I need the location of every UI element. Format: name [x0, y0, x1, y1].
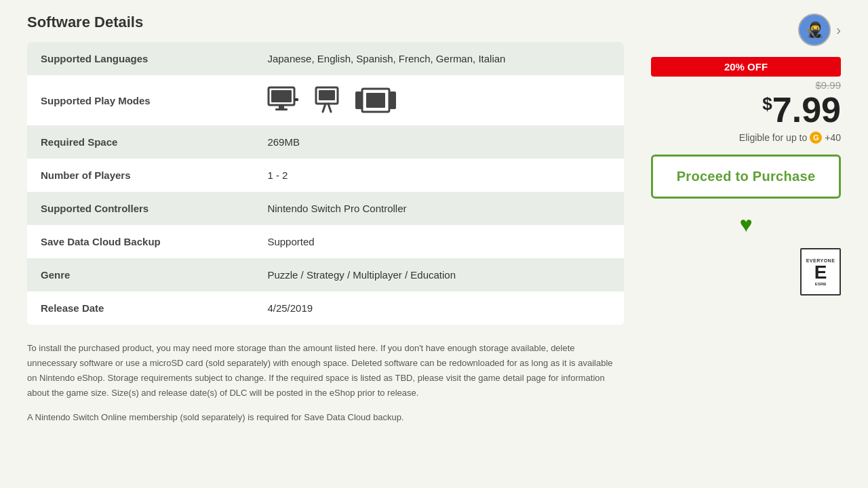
row-label: Number of Players — [27, 159, 254, 192]
avatar-emoji: 🥷 — [806, 21, 824, 39]
handheld-mode-icon — [354, 86, 397, 115]
row-value: 1 - 2 — [254, 159, 624, 192]
svg-rect-1 — [271, 90, 292, 102]
row-label: Release Date — [27, 291, 254, 325]
row-value: Supported — [254, 225, 624, 258]
gold-points-label: Eligible for up to — [739, 132, 807, 143]
table-row: GenrePuzzle / Strategy / Multiplayer / E… — [27, 258, 624, 291]
original-price: $9.99 — [651, 79, 841, 91]
row-value — [254, 75, 624, 125]
sidebar-top: 🥷 › — [651, 14, 841, 46]
main-content: Software Details Supported LanguagesJapa… — [27, 14, 624, 425]
svg-rect-4 — [294, 98, 298, 101]
row-label: Supported Controllers — [27, 192, 254, 225]
sidebar: 🥷 › 20% OFF $9.99 $7.99 Eligible for up … — [651, 14, 841, 425]
play-modes-icons — [267, 86, 610, 115]
gold-points-value: +40 — [825, 132, 841, 143]
svg-line-8 — [328, 104, 331, 112]
table-row: Required Space269MB — [27, 125, 624, 159]
svg-rect-6 — [319, 90, 335, 100]
tv-mode-icon — [267, 86, 300, 115]
proceed-to-purchase-button[interactable]: Proceed to Purchase — [651, 155, 841, 199]
esrb-footer: ESRB — [815, 282, 827, 286]
svg-rect-12 — [366, 93, 385, 108]
gold-points: Eligible for up to G +40 — [651, 131, 841, 144]
page-title: Software Details — [27, 14, 624, 31]
wishlist-heart-icon[interactable]: ♥ — [651, 212, 841, 237]
footnote-section: To install the purchased product, you ma… — [27, 341, 624, 425]
price-value: 7.99 — [772, 90, 841, 129]
sidebar-bottom: ♥ EVERYONE E ESRB — [651, 212, 841, 296]
current-price: $7.99 — [651, 92, 841, 127]
row-value: 4/25/2019 — [254, 291, 624, 325]
footnote-2: A Nintendo Switch Online membership (sol… — [27, 410, 624, 425]
table-row: Supported ControllersNintendo Switch Pro… — [27, 192, 624, 225]
page-wrapper: Software Details Supported LanguagesJapa… — [0, 0, 868, 439]
row-value: Japanese, English, Spanish, French, Germ… — [254, 42, 624, 75]
tabletop-mode-icon — [311, 86, 343, 115]
row-value: Puzzle / Strategy / Multiplayer / Educat… — [254, 258, 624, 291]
svg-rect-3 — [275, 108, 288, 110]
footnote-1: To install the purchased product, you ma… — [27, 341, 624, 401]
row-label: Save Data Cloud Backup — [27, 225, 254, 258]
table-row: Supported Play Modes — [27, 75, 624, 125]
row-label: Genre — [27, 258, 254, 291]
row-label: Supported Play Modes — [27, 75, 254, 125]
svg-rect-2 — [279, 105, 284, 108]
table-row: Save Data Cloud BackupSupported — [27, 225, 624, 258]
table-row: Release Date4/25/2019 — [27, 291, 624, 325]
row-label: Required Space — [27, 125, 254, 159]
table-row: Number of Players1 - 2 — [27, 159, 624, 192]
gold-coin-icon: G — [810, 131, 822, 144]
esrb-rating: E — [814, 263, 827, 282]
svg-line-7 — [323, 104, 326, 112]
row-value: 269MB — [254, 125, 624, 159]
currency-symbol: $ — [762, 94, 772, 114]
discount-badge: 20% OFF — [651, 57, 841, 77]
row-label: Supported Languages — [27, 42, 254, 75]
chevron-right-icon[interactable]: › — [836, 22, 841, 38]
esrb-badge: EVERYONE E ESRB — [800, 248, 841, 296]
table-row: Supported LanguagesJapanese, English, Sp… — [27, 42, 624, 75]
details-table: Supported LanguagesJapanese, English, Sp… — [27, 42, 624, 325]
row-value: Nintendo Switch Pro Controller — [254, 192, 624, 225]
avatar[interactable]: 🥷 — [798, 14, 831, 46]
